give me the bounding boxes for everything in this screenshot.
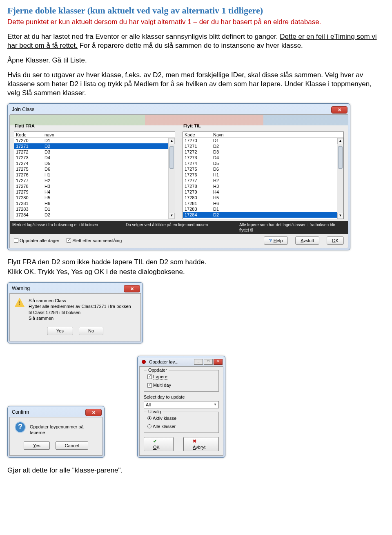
cancel-button[interactable]: Cancel [56, 441, 88, 450]
warning-l2: Flytter alle medlemmer av Class:17271 i … [29, 303, 131, 309]
list-item[interactable]: 17275D6 [183, 166, 343, 172]
confirm-msg: Oppdater løypenummer på løperne [30, 421, 97, 436]
radio-aktiv-klasse[interactable]: Aktiv klasse [147, 415, 215, 421]
checkbox-delete-after-merge[interactable]: ✓Slett etter sammenslåing [67, 238, 122, 243]
list-item[interactable]: 17272D3 [14, 149, 175, 155]
scroll-up-icon[interactable]: ▲ [169, 138, 175, 144]
help-label-tail: elp [277, 238, 283, 243]
from-list[interactable]: Kode navn 17270D117271D217272D317273D417… [14, 132, 175, 219]
ok-button[interactable]: OK [327, 236, 344, 245]
scroll-thumb[interactable] [338, 146, 343, 169]
to-col-code: Kode [185, 132, 213, 137]
from-scrollbar[interactable]: ▲ ▼ [168, 138, 175, 219]
list-item[interactable]: 17277H2 [14, 178, 175, 183]
warning-window: Warning ✕ Slå sammen Class Flytter alle … [7, 282, 143, 343]
list-item[interactable]: 17272D3 [183, 149, 343, 155]
list-item[interactable]: 17275D6 [14, 166, 175, 172]
paragraph-2: Åpne Klasser. Gå til Liste. [7, 56, 385, 65]
to-list[interactable]: Kode Navn 17270D117271D217272D317273D417… [183, 132, 344, 219]
list-item[interactable]: 17279H4 [14, 189, 175, 195]
x-icon: ✖ [193, 439, 196, 444]
close-icon[interactable]: ✕ [331, 106, 347, 114]
select-day-label: Select day to update [144, 394, 219, 400]
radio-alle-label: Alle klasser [153, 424, 176, 429]
hint-bar: Merk et lag/klasse i fra boksen og et i … [10, 221, 348, 234]
avslutt-label-tail: vslutt [303, 238, 314, 243]
chk-update-label: Oppdater alle dager [20, 238, 59, 243]
radio-alle-klasser[interactable]: Alle klasser [147, 424, 215, 429]
list-item[interactable]: 17271D2 [183, 143, 343, 149]
app-icon [142, 360, 146, 364]
list-item[interactable]: 17270D1 [183, 138, 343, 143]
list-item[interactable]: 17270D1 [14, 138, 175, 143]
list-item[interactable]: 17281H6 [183, 201, 343, 206]
list-item[interactable]: 17278H3 [14, 183, 175, 189]
close-icon[interactable]: ✕ [85, 409, 102, 416]
list-item[interactable]: 17274D5 [183, 160, 343, 166]
list-item[interactable]: 17273D4 [14, 155, 175, 160]
list-item[interactable]: 17271D2 [14, 143, 175, 149]
list-item[interactable]: 17283D1 [183, 206, 343, 212]
scroll-down-icon[interactable]: ▼ [337, 213, 343, 219]
close-icon[interactable]: ✕ [214, 359, 223, 365]
to-scrollbar[interactable]: ▲ ▼ [337, 138, 343, 219]
join-title: Join Class [12, 107, 34, 113]
close-icon[interactable]: ✕ [124, 285, 140, 292]
yes-button[interactable]: Yes [47, 327, 73, 335]
help-button[interactable]: ? Help [264, 236, 288, 245]
avslutt-button[interactable]: Avslutt [295, 236, 319, 245]
warning-l1: Slå sammen Class [29, 298, 131, 303]
day-select[interactable]: All ▼ [144, 401, 219, 408]
check-icon: ✔ [153, 439, 157, 444]
list-item[interactable]: 17280H5 [183, 195, 343, 201]
maximize-icon[interactable]: □ [204, 359, 213, 365]
list-item[interactable]: 17281H6 [14, 201, 175, 206]
utvalg-group-label: Utvalg [147, 409, 163, 415]
intro-red: Dette punktet er kun aktuelt dersom du h… [7, 18, 385, 27]
checkbox-multiday[interactable]: ✓Multi day [147, 382, 215, 388]
avbryt-button[interactable]: ✖ Avbryt [183, 437, 219, 451]
checkbox-lopere[interactable]: ✓Løpere [147, 374, 215, 380]
join-class-window: Join Class ✕ Flytt FRA Kode navn 17270D1… [7, 103, 350, 250]
confirm-title: Confirm [12, 409, 29, 416]
paragraph-1: Etter at du har lastet ned fra Eventor e… [7, 32, 385, 50]
list-item[interactable]: 17276H1 [14, 172, 175, 178]
from-col-code: Kode [16, 132, 45, 137]
scroll-down-icon[interactable]: ▼ [169, 213, 175, 219]
yes-button[interactable]: Yes [24, 441, 50, 450]
from-col-name: navn [45, 132, 173, 137]
scroll-thumb[interactable] [169, 146, 174, 169]
chk-delete-label: Slett etter sammenslåing [72, 238, 122, 243]
warning-icon [15, 298, 24, 307]
scroll-up-icon[interactable]: ▲ [337, 138, 343, 144]
list-item[interactable]: 17280H5 [14, 195, 175, 201]
list-item[interactable]: 17276H1 [183, 172, 343, 178]
confirm-window: Confirm ✕ ? Oppdater løypenummer på løpe… [7, 406, 105, 458]
paragraph-5: Gjør alt dette for alle "klasse-parene". [7, 466, 385, 475]
chevron-down-icon: ▼ [214, 403, 217, 407]
minimize-icon[interactable]: _ [194, 359, 203, 365]
checkbox-update-all-days[interactable]: Oppdater alle dager [14, 238, 59, 243]
warning-text: Slå sammen Class Flytter alle medlemmer … [29, 298, 131, 321]
list-item[interactable]: 17273D4 [183, 155, 343, 160]
paragraph-4a: Flytt FRA den D2 som ikke hadde løpere T… [7, 258, 385, 267]
help-icon: ? [269, 238, 272, 243]
oppdater-title: Oppdater løy... [149, 359, 192, 365]
list-item[interactable]: 17274D5 [14, 160, 175, 166]
ok-button[interactable]: ✔ OK [144, 437, 174, 451]
list-item[interactable]: 17277H2 [183, 178, 343, 183]
chk-lopere-label: Løpere [153, 374, 167, 380]
list-item[interactable]: 17278H3 [183, 183, 343, 189]
list-item[interactable]: 17284D2 [14, 212, 175, 218]
warning-l4: Slå sammen [29, 315, 131, 321]
list-item[interactable]: 17279H4 [183, 189, 343, 195]
p1a: Etter at du har lastet ned fra Eventor e… [7, 33, 280, 40]
list-item[interactable]: 17283D1 [14, 206, 175, 212]
p1c: For å reparere dette må du slå sammen de… [78, 42, 303, 49]
list-item[interactable]: 17284D2 [183, 212, 343, 218]
no-button[interactable]: No [79, 327, 103, 335]
paragraph-4b: Klikk OK. Trykk Yes, Yes og OK i de nest… [7, 268, 385, 276]
warning-title: Warning [12, 285, 30, 292]
day-select-value: All [146, 402, 151, 408]
warning-l3: til Class:17284 i til boksen [29, 310, 131, 315]
